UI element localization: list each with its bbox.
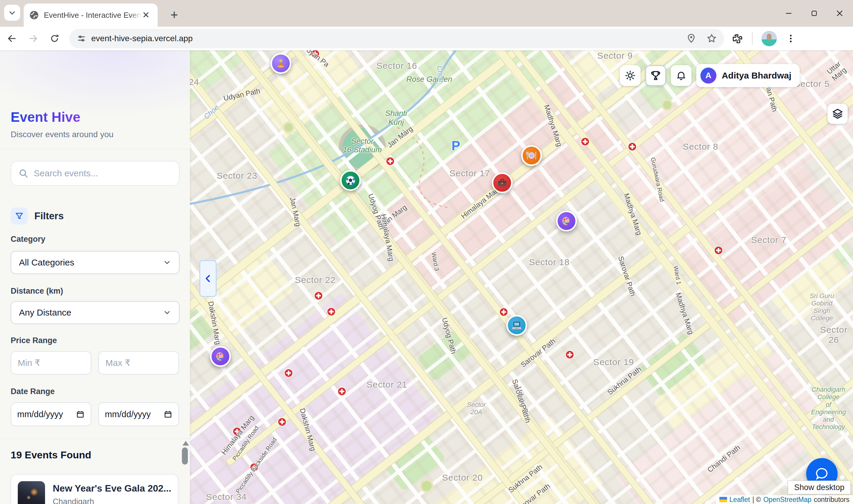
tab-title: EventHive - Interactive Event Di [44,11,142,20]
osm-link[interactable]: OpenStreetMap [763,496,811,504]
funnel-icon [15,211,24,221]
event-marker-work[interactable] [492,173,512,193]
restaurant-icon [526,150,538,161]
map-label: Sector 21 [366,380,407,390]
browser-tabstrip: EventHive - Interactive Event Di ✕ + [0,0,853,27]
hospital-icon [314,291,323,300]
date-end-value: mm/dd/yyyy [105,410,151,419]
date-start-value: mm/dd/yyyy [17,410,63,419]
reload-button[interactable] [45,29,64,48]
map-label: Chandigarh College of Engineering and Te… [811,386,846,431]
parking-label: P [452,138,460,153]
event-thumbnail [18,481,45,504]
address-bar[interactable]: event-hive-sepia.vercel.app [69,29,724,48]
laptop-icon [511,319,523,331]
map-label: Sector 22 [295,275,335,285]
browser-menu-icon[interactable] [786,34,796,43]
hospital-icon [565,350,574,359]
event-marker-food[interactable] [521,145,542,166]
hospital-icon [628,142,637,151]
window-maximize-button[interactable] [810,9,819,18]
globe-favicon-icon [29,10,39,20]
event-marker-yoga[interactable] [271,53,291,74]
event-card[interactable]: New Year's Eve Gala 202... Chandigarh [11,474,178,504]
price-min-field[interactable] [11,351,91,375]
map-label: Sector 17 [450,168,490,179]
sidebar-collapse-button[interactable] [199,260,217,297]
distance-value: Any Distance [19,308,71,318]
notifications-button[interactable] [671,65,691,86]
map-canvas[interactable]: A Aditya Bhardwaj Show desktop Leaflet |… [190,50,853,504]
theme-toggle-button[interactable] [620,65,640,86]
map-roundabout [661,99,673,111]
price-max-field[interactable] [98,351,179,375]
app-title: Event Hive [11,109,80,125]
event-marker-tech[interactable] [506,315,527,336]
hospital-icon [338,387,346,396]
date-end-field[interactable]: mm/dd/yyyy [98,402,179,426]
user-menu[interactable]: A Aditya Bhardwaj [696,64,800,87]
chat-bubble-icon [814,466,830,482]
tab-close-icon[interactable]: ✕ [142,11,150,20]
map-label: Sector 9 [597,51,633,61]
price-min-input[interactable] [18,358,84,368]
window-minimize-button[interactable] [784,9,793,18]
distance-select[interactable]: Any Distance [11,301,180,324]
site-info-icon[interactable] [76,34,87,43]
briefcase-icon [496,177,508,189]
event-marker-art[interactable] [210,346,231,367]
window-close-button[interactable] [835,9,844,18]
palette-icon [561,215,573,227]
location-pin-icon[interactable] [686,34,696,43]
attribution-separator: | © [752,496,761,504]
event-marker-art[interactable] [556,211,577,231]
map-label: Sector 16 [377,61,417,71]
date-range-label: Date Range [11,387,55,396]
new-tab-button[interactable]: + [166,6,182,23]
search-input[interactable] [34,168,172,178]
forward-button[interactable] [24,29,43,48]
sun-icon [624,70,636,81]
app-subtitle: Discover events around you [11,130,113,139]
layers-icon [832,108,843,120]
chevron-left-icon [203,273,213,284]
search-box[interactable] [11,161,180,186]
map-roundabout [283,122,294,133]
map-label: Shanti Kunj [385,109,407,127]
category-label: Category [11,235,45,244]
url-text[interactable]: event-hive-sepia.vercel.app [91,34,686,43]
scrollbar-thumb[interactable] [182,447,188,465]
hospital-icon [278,417,287,426]
layers-control[interactable] [828,104,848,124]
window-controls [784,0,849,27]
price-max-input[interactable] [106,358,172,368]
map-label: Sector 16 Stadium [343,137,382,155]
extensions-puzzle-icon[interactable] [732,33,743,44]
yoga-icon [275,57,287,69]
bookmark-star-icon[interactable] [706,33,717,44]
leaderboard-button[interactable] [645,65,666,86]
event-marker-soccer[interactable] [340,170,361,191]
tab-search-button[interactable] [4,5,20,21]
leaflet-link[interactable]: Leaflet [729,496,750,504]
category-select[interactable]: All Categories [11,251,180,274]
map-attribution: Leaflet | © OpenStreetMap contributors [716,495,853,504]
events-list[interactable]: New Year's Eve Gala 202... Chandigarh [6,468,180,504]
scroll-up-arrow[interactable] [182,441,189,446]
browser-tab[interactable]: EventHive - Interactive Event Di ✕ [24,3,158,27]
map-label: Sector 18 [529,257,569,268]
hospital-icon [499,308,508,317]
map-label: Sector 26 [820,324,848,345]
attribution-suffix: contributors [814,496,850,504]
map-label: Sector 23 [217,170,257,181]
map-label: Sector 8 [683,141,718,152]
search-icon [18,168,29,178]
calendar-icon [76,410,85,419]
profile-avatar[interactable] [761,31,777,46]
filters-heading: Filters [34,210,64,222]
date-start-field[interactable]: mm/dd/yyyy [11,402,91,426]
category-value: All Categories [19,257,74,268]
divider [0,149,190,149]
back-button[interactable] [2,29,21,48]
chevron-down-icon [8,9,16,17]
